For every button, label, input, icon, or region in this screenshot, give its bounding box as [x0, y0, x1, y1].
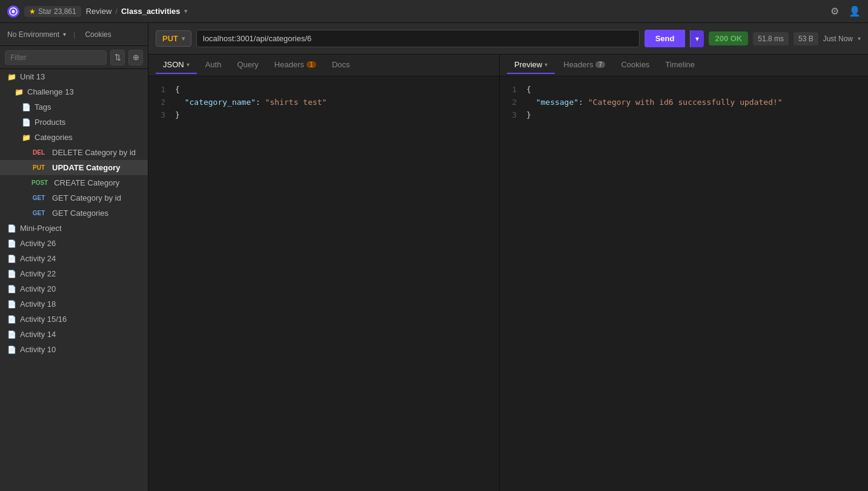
sidebar-item-products[interactable]: 📄 Products	[0, 115, 148, 130]
send-button[interactable]: Send	[644, 30, 686, 47]
sidebar-item-activity1516[interactable]: 📄 Activity 15/16	[0, 312, 148, 327]
code-line: 1 {	[156, 84, 492, 96]
tab-auth[interactable]: Auth	[198, 56, 229, 74]
sidebar-item-label: Challenge 13	[27, 87, 141, 96]
sidebar-item-label: GET Category by id	[52, 193, 141, 202]
line-number: 2	[156, 96, 165, 109]
tab-label: Auth	[205, 60, 222, 69]
folder-small-icon: 📄	[7, 330, 16, 339]
folder-small-icon: 📄	[22, 103, 31, 112]
sidebar-item-label: Tags	[35, 102, 141, 112]
status-bar: 200 OK 51.8 ms 53 B Just Now ▾	[709, 32, 861, 45]
sidebar-item-label: Activity 18	[20, 299, 141, 309]
main-layout: No Environment ▾ | Cookies ⇅ ⊕ 📁 Unit 13…	[0, 23, 868, 491]
code-content: {	[526, 84, 861, 96]
sidebar-item-activity14[interactable]: 📄 Activity 14	[0, 327, 148, 342]
tab-label: Headers	[274, 60, 304, 69]
sidebar-item-delete-category[interactable]: DEL DELETE Category by id	[0, 145, 148, 160]
sidebar-item-categories[interactable]: 📁 Categories	[0, 130, 148, 145]
line-number: 3	[507, 109, 517, 122]
tab-timeline[interactable]: Timeline	[658, 56, 702, 74]
tab-docs[interactable]: Docs	[325, 56, 357, 74]
sidebar-item-tags[interactable]: 📄 Tags	[0, 99, 148, 115]
tab-label: Query	[237, 60, 258, 69]
sidebar-item-label: GET Categories	[52, 209, 141, 218]
sidebar-item-label: DELETE Category by id	[52, 148, 141, 157]
sidebar-item-activity18[interactable]: 📄 Activity 18	[0, 296, 148, 312]
tab-response-cookies[interactable]: Cookies	[614, 56, 657, 74]
tab-preview[interactable]: Preview ▾	[507, 56, 555, 74]
sidebar-item-label: Unit 13	[20, 72, 141, 81]
sidebar-filter-bar: ⇅ ⊕	[0, 46, 148, 69]
method-badge-put: PUT	[29, 164, 48, 172]
method-badge-del: DEL	[29, 149, 48, 156]
sidebar-item-activity26[interactable]: 📄 Activity 26	[0, 236, 148, 251]
sidebar-item-label: Activity 14	[20, 330, 141, 339]
panels: JSON ▾ Auth Query Headers 1 Docs	[148, 55, 868, 491]
method-selector[interactable]: PUT ▾	[156, 30, 191, 47]
headers-badge: 1	[306, 61, 316, 68]
url-input[interactable]	[196, 30, 640, 47]
star-button[interactable]: ★ Star 23,861	[24, 6, 81, 17]
env-label: No Environment	[7, 30, 59, 39]
sidebar-item-label: Products	[35, 118, 141, 127]
code-line: 2 "message": "Category with id6 successf…	[507, 96, 861, 109]
folder-small-icon: 📄	[7, 270, 16, 278]
sidebar-item-get-category-id[interactable]: GET GET Category by id	[0, 190, 148, 205]
add-request-button[interactable]: ⊕	[128, 50, 143, 65]
sidebar-item-create-category[interactable]: POST CREATE Category	[0, 175, 148, 190]
response-body: 1 { 2 "message": "Category with id6 succ…	[500, 76, 868, 491]
code-content: "category_name": "shirts test"	[175, 96, 492, 109]
star-label: Star	[38, 7, 51, 16]
line-number: 2	[507, 96, 517, 109]
response-size: 53 B	[793, 32, 818, 45]
cookies-button[interactable]: Cookies	[80, 30, 116, 39]
sidebar-item-update-category[interactable]: PUT UPDATE Category	[0, 160, 148, 175]
top-bar: ★ Star 23,861 Review / Class_activities …	[0, 0, 868, 23]
line-number: 1	[156, 84, 165, 96]
method-badge-get: GET	[29, 194, 48, 202]
line-number: 1	[507, 84, 517, 96]
code-line: 3 }	[507, 109, 861, 122]
chevron-down-icon[interactable]: ▾	[184, 7, 188, 15]
sidebar-item-challenge13[interactable]: 📁 Challenge 13	[0, 84, 148, 99]
timestamp-arrow-icon[interactable]: ▾	[858, 35, 861, 42]
sidebar-item-label: Activity 22	[20, 269, 141, 278]
tab-query[interactable]: Query	[230, 56, 265, 74]
send-dropdown-button[interactable]: ▾	[690, 30, 704, 47]
tab-json[interactable]: JSON ▾	[156, 56, 197, 74]
user-icon[interactable]: 👤	[849, 5, 861, 17]
folder-small-icon: 📄	[7, 315, 16, 324]
folder-icon: 📁	[15, 88, 24, 96]
sidebar-item-activity24[interactable]: 📄 Activity 24	[0, 251, 148, 266]
tab-label: Cookies	[621, 60, 649, 69]
settings-icon[interactable]: ⚙	[830, 5, 839, 17]
request-panel: JSON ▾ Auth Query Headers 1 Docs	[148, 55, 500, 491]
sidebar-item-activity22[interactable]: 📄 Activity 22	[0, 266, 148, 281]
response-tab-bar: Preview ▾ Headers 7 Cookies Timeline	[500, 55, 868, 76]
response-headers-badge: 7	[595, 61, 605, 68]
filter-input[interactable]	[5, 50, 107, 65]
star-count: 23,861	[54, 7, 76, 16]
env-arrow-icon: ▾	[63, 31, 66, 38]
sidebar-item-mini-project[interactable]: 📄 Mini-Project	[0, 221, 148, 236]
url-bar: PUT ▾ Send ▾ 200 OK 51.8 ms 53 B Just No…	[148, 23, 868, 55]
sidebar-item-label: Activity 26	[20, 239, 141, 248]
sidebar-item-unit13[interactable]: 📁 Unit 13	[0, 69, 148, 84]
tab-response-headers[interactable]: Headers 7	[556, 56, 612, 74]
sidebar-item-label: Activity 20	[20, 284, 141, 293]
sidebar-toolbar: No Environment ▾ | Cookies	[0, 23, 148, 46]
code-content: "message": "Category with id6 successful…	[526, 96, 861, 109]
content-area: PUT ▾ Send ▾ 200 OK 51.8 ms 53 B Just No…	[148, 23, 868, 491]
sidebar-item-activity20[interactable]: 📄 Activity 20	[0, 281, 148, 296]
response-time: 51.8 ms	[753, 32, 789, 45]
tab-headers[interactable]: Headers 1	[267, 56, 323, 74]
sort-button[interactable]: ⇅	[110, 50, 125, 65]
breadcrumb: Review / Class_activities ▾	[86, 7, 188, 16]
code-line: 1 {	[507, 84, 861, 96]
sidebar-item-activity10[interactable]: 📄 Activity 10	[0, 342, 148, 357]
sidebar-item-get-categories[interactable]: GET GET Categories	[0, 205, 148, 221]
folder-small-icon: 📄	[7, 285, 16, 293]
folder-small-icon: 📄	[7, 224, 16, 233]
environment-selector[interactable]: No Environment ▾	[5, 30, 68, 39]
